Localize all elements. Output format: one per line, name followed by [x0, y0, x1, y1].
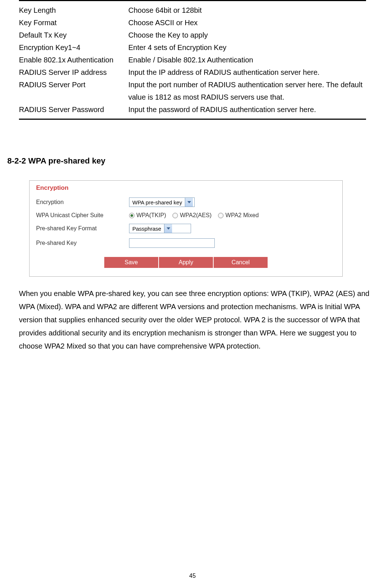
param-desc: Input the port number of RADIUS authenti… [128, 78, 366, 103]
encryption-dropdown-value: WPA pre-shared key [129, 199, 185, 205]
radio-label: WPA(TKIP) [136, 212, 166, 219]
radio-wpa2-aes[interactable]: WPA2(AES) [172, 212, 211, 219]
param-label: Key Length [19, 4, 128, 16]
parameter-table: Key Length Choose 64bit or 128bit Key Fo… [19, 0, 366, 120]
param-row-key-format: Key Format Choose ASCII or Hex [19, 16, 366, 29]
preshared-key-input[interactable] [129, 238, 215, 248]
param-label: Encryption Key1~4 [19, 41, 128, 54]
radio-label: WPA2 Mixed [225, 212, 258, 219]
form-row-encryption: Encryption WPA pre-shared key [36, 197, 336, 207]
form-row-cipher: WPA Unicast Cipher Suite WPA(TKIP) WPA2(… [36, 212, 336, 219]
param-row-enable-8021x: Enable 802.1x Authentication Enable / Di… [19, 54, 366, 66]
param-row-radius-password: RADIUS Server Password Input the passwor… [19, 103, 366, 116]
form-row-preshared-key: Pre-shared Key [36, 238, 336, 248]
param-desc: Choose 64bit or 128bit [128, 4, 366, 16]
apply-button[interactable]: Apply [159, 257, 213, 268]
param-label: Enable 802.1x Authentication [19, 54, 128, 66]
param-row-key-length: Key Length Choose 64bit or 128bit [19, 4, 366, 16]
param-desc: Choose ASCII or Hex [128, 16, 366, 29]
preshared-key-label: Pre-shared Key [36, 240, 129, 246]
encryption-dropdown[interactable]: WPA pre-shared key [129, 197, 195, 207]
key-format-label: Pre-shared Key Format [36, 225, 129, 232]
cancel-button[interactable]: Cancel [213, 257, 268, 268]
cipher-label: WPA Unicast Cipher Suite [36, 212, 129, 219]
encryption-panel: Encryption Encryption WPA pre-shared key… [29, 180, 343, 277]
radio-icon [172, 213, 178, 218]
radio-label: WPA2(AES) [180, 212, 211, 219]
param-row-radius-port: RADIUS Server Port Input the port number… [19, 78, 366, 103]
radio-icon [218, 213, 223, 218]
button-row: Save Apply Cancel [36, 257, 336, 268]
param-desc: Input the IP address of RADIUS authentic… [128, 66, 366, 78]
chevron-down-icon [164, 224, 172, 233]
radio-wpa-tkip[interactable]: WPA(TKIP) [129, 212, 166, 219]
cipher-radio-group: WPA(TKIP) WPA2(AES) WPA2 Mixed [129, 212, 259, 219]
param-label: RADIUS Server Password [19, 103, 128, 116]
param-row-encryption-key: Encryption Key1~4 Enter 4 sets of Encryp… [19, 41, 366, 54]
form-row-key-format: Pre-shared Key Format Passphrase [36, 224, 336, 233]
param-desc: Enable / Disable 802.1x Authentication [128, 54, 366, 66]
param-row-default-tx-key: Default Tx Key Choose the Key to apply [19, 29, 366, 41]
param-label: Default Tx Key [19, 29, 128, 41]
fieldset-legend: Encryption [36, 184, 69, 191]
param-label: RADIUS Server IP address [19, 66, 128, 78]
radio-icon [129, 213, 135, 218]
save-button[interactable]: Save [104, 257, 159, 268]
page-number: 45 [189, 573, 196, 579]
param-label: RADIUS Server Port [19, 78, 128, 103]
key-format-value: Passphrase [129, 226, 164, 232]
encryption-label: Encryption [36, 199, 129, 205]
key-format-dropdown[interactable]: Passphrase [129, 224, 191, 233]
param-desc: Enter 4 sets of Encryption Key [128, 41, 366, 54]
param-desc: Input the password of RADIUS authenticat… [128, 103, 366, 116]
param-desc: Choose the Key to apply [128, 29, 366, 41]
param-label: Key Format [19, 16, 128, 29]
body-paragraph: When you enable WPA pre-shared key, you … [19, 287, 374, 353]
param-row-radius-ip: RADIUS Server IP address Input the IP ad… [19, 66, 366, 78]
radio-wpa2-mixed[interactable]: WPA2 Mixed [218, 212, 258, 219]
section-heading: 8-2-2 WPA pre-shared key [7, 156, 378, 166]
chevron-down-icon [185, 198, 193, 207]
